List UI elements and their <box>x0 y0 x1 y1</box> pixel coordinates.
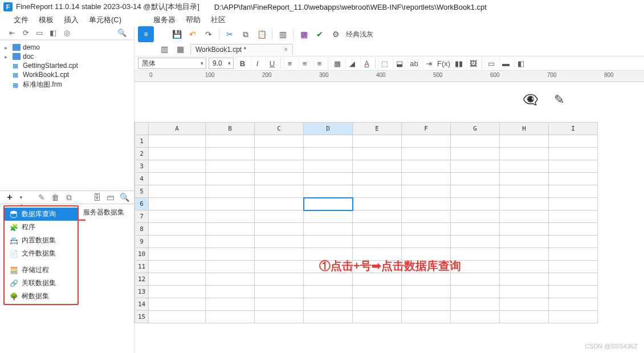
search-icon[interactable]: 🔍 <box>117 28 127 38</box>
file-tree[interactable]: ▸demo ▸doc ▦GettingStarted.cpt ▦WorkBook… <box>0 40 134 190</box>
cell[interactable] <box>255 173 304 185</box>
check-icon[interactable]: ✔ <box>314 29 325 40</box>
cell[interactable] <box>549 236 598 248</box>
font-color-icon[interactable]: A <box>360 58 373 69</box>
cell[interactable] <box>304 185 353 198</box>
cell[interactable] <box>451 173 500 185</box>
row-header[interactable]: 2 <box>135 148 149 160</box>
cell[interactable] <box>500 185 549 198</box>
row-header[interactable]: 10 <box>135 248 149 261</box>
cell[interactable] <box>500 173 549 185</box>
preview-icon[interactable]: ▥ <box>277 29 288 40</box>
cell[interactable] <box>353 311 402 323</box>
add-dropdown-icon[interactable]: ▼ <box>16 192 26 202</box>
open-icon[interactable]: ▭ <box>34 28 44 38</box>
cell[interactable] <box>549 148 598 160</box>
cell[interactable] <box>304 198 353 210</box>
cell[interactable] <box>500 286 549 298</box>
cell[interactable] <box>255 286 304 298</box>
cell[interactable] <box>402 148 451 160</box>
cell[interactable] <box>402 173 451 185</box>
cell[interactable] <box>402 248 451 261</box>
collapse-icon[interactable]: ⇤ <box>7 28 17 38</box>
cell[interactable] <box>206 135 255 148</box>
col-header[interactable]: H <box>500 123 549 135</box>
cell[interactable] <box>149 135 206 148</box>
row-header[interactable]: 11 <box>135 261 149 273</box>
cell[interactable] <box>451 248 500 261</box>
menu-file[interactable]: 文件 <box>14 15 28 25</box>
cell[interactable] <box>353 261 402 273</box>
cell[interactable] <box>149 248 206 261</box>
cell[interactable] <box>500 148 549 160</box>
home-button[interactable]: ≡ <box>138 26 154 42</box>
cell[interactable] <box>255 210 304 223</box>
cell[interactable] <box>255 185 304 198</box>
cell[interactable] <box>255 248 304 261</box>
unmerge-icon[interactable]: ⬓ <box>393 58 405 69</box>
cell[interactable] <box>353 248 402 261</box>
cell[interactable] <box>149 223 206 236</box>
cut-icon[interactable]: ✂ <box>224 29 235 40</box>
font-size-select[interactable]: 9.0 <box>209 58 234 69</box>
cell[interactable] <box>549 198 598 210</box>
redo-icon[interactable]: ↷ <box>203 29 214 40</box>
cell[interactable] <box>206 148 255 160</box>
chart-icon[interactable]: ▮▮ <box>452 58 464 69</box>
cell[interactable] <box>500 210 549 223</box>
cell[interactable] <box>500 311 549 323</box>
col-header[interactable]: F <box>402 123 451 135</box>
cell[interactable] <box>206 210 255 223</box>
col-header[interactable]: I <box>549 123 598 135</box>
cell[interactable] <box>402 210 451 223</box>
cell[interactable] <box>402 160 451 173</box>
cell[interactable] <box>255 198 304 210</box>
cell[interactable] <box>549 286 598 298</box>
cell[interactable] <box>149 236 206 248</box>
cell[interactable] <box>206 248 255 261</box>
spreadsheet-grid[interactable]: A B C D E F G H I 123456789101112131415 <box>134 122 644 353</box>
menu-server[interactable]: 服务器 <box>153 15 176 25</box>
col-header[interactable]: G <box>451 123 500 135</box>
tab-icon2[interactable]: ▦ <box>174 43 186 55</box>
copy2-icon[interactable]: ⧉ <box>240 29 251 40</box>
cell[interactable] <box>304 273 353 286</box>
cell[interactable] <box>402 298 451 311</box>
eye-off-icon[interactable]: 👁‍🗨 <box>523 92 538 107</box>
cell[interactable] <box>206 173 255 185</box>
report-icon[interactable]: ▦ <box>298 29 309 40</box>
menu-cell[interactable]: 单元格(C) <box>89 15 121 25</box>
col-header[interactable]: B <box>206 123 255 135</box>
merge-icon[interactable]: ⬚ <box>378 58 390 69</box>
cell[interactable] <box>500 273 549 286</box>
formula-icon[interactable]: F(x) <box>437 58 450 69</box>
paste-icon[interactable]: 📋 <box>256 29 267 40</box>
cell[interactable] <box>149 173 206 185</box>
menu-template[interactable]: 模板 <box>39 15 54 25</box>
italic-icon[interactable]: I <box>251 58 263 69</box>
cell[interactable] <box>255 261 304 273</box>
bold-icon[interactable]: B <box>236 58 248 69</box>
add-dataset-button[interactable]: + <box>5 192 15 202</box>
cell[interactable] <box>255 223 304 236</box>
col-header[interactable]: D <box>304 123 353 135</box>
cell[interactable] <box>206 185 255 198</box>
theme-icon[interactable]: ⚙ <box>330 29 341 40</box>
image-icon[interactable]: 🖼 <box>467 58 479 69</box>
cell[interactable] <box>304 261 353 273</box>
cell[interactable] <box>500 248 549 261</box>
cell[interactable] <box>353 185 402 198</box>
tab-close-icon[interactable]: × <box>284 46 288 54</box>
cell[interactable] <box>149 261 206 273</box>
cell[interactable] <box>304 223 353 236</box>
col-header[interactable]: A <box>149 123 206 135</box>
tree-folder[interactable]: ▸demo <box>0 43 134 52</box>
cell[interactable] <box>353 210 402 223</box>
cell[interactable] <box>402 223 451 236</box>
cell[interactable] <box>353 273 402 286</box>
menu-db-query[interactable]: 数据库查询 <box>5 208 78 221</box>
cell[interactable] <box>255 160 304 173</box>
cell[interactable] <box>304 298 353 311</box>
cell[interactable] <box>500 223 549 236</box>
refresh-icon[interactable]: ⟳ <box>21 28 31 38</box>
